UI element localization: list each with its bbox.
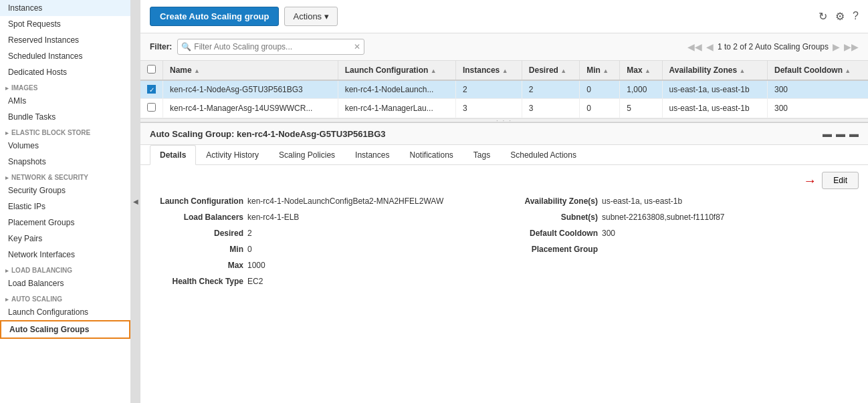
main-content: Create Auto Scaling group Actions ▾ ↻ ⚙ …: [140, 0, 868, 403]
field-label: Availability Zone(s): [504, 196, 598, 206]
edit-row: → Edit: [150, 172, 859, 189]
tab-activity-history[interactable]: Activity History: [196, 145, 269, 165]
edit-button[interactable]: Edit: [822, 172, 859, 189]
sidebar-collapse-button[interactable]: ◀: [131, 0, 140, 403]
help-icon[interactable]: ?: [853, 10, 859, 23]
cell-availability_zones: us-east-1a, us-east-1b: [662, 99, 767, 118]
tab-scaling-policies[interactable]: Scaling Policies: [269, 145, 345, 165]
sidebar: InstancesSpot RequestsReserved Instances…: [0, 0, 131, 403]
pagination-text: 1 to 2 of 2 Auto Scaling Groups: [718, 42, 829, 51]
col-header-default_cooldown[interactable]: Default Cooldown ▲: [768, 61, 869, 80]
col-header-availability_zones[interactable]: Availability Zones ▲: [662, 61, 767, 80]
detail-fields: Launch Configurationken-rc4-1-NodeLaunch…: [150, 194, 859, 288]
col-label-name: Name: [170, 65, 192, 75]
col-label-min: Min: [586, 65, 601, 75]
sidebar-item-security-groups[interactable]: Security Groups: [0, 182, 130, 198]
detail-view-icon-1[interactable]: ▬: [823, 128, 832, 139]
collapse-icon: ▸: [5, 267, 9, 274]
cell-min: 0: [580, 99, 620, 118]
field-row: Placement Group: [504, 243, 859, 256]
section-label: AUTO SCALING: [11, 295, 62, 303]
detail-view-icon-3[interactable]: ▬: [849, 128, 859, 139]
col-header-launch_config[interactable]: Launch Configuration ▲: [338, 61, 455, 80]
sidebar-item-placement-groups[interactable]: Placement Groups: [0, 215, 130, 231]
actions-button[interactable]: Actions ▾: [284, 7, 338, 26]
cell-desired: 2: [522, 80, 579, 99]
table-row[interactable]: ken-rc4-1-ManagerAsg-14US9WWCR...ken-rc4…: [140, 99, 868, 118]
section-label: LOAD BALANCING: [11, 267, 72, 274]
field-label: Default Cooldown: [504, 229, 598, 238]
detail-content: → Edit Launch Configurationken-rc4-1-Nod…: [140, 165, 868, 403]
sidebar-item-launch-configurations[interactable]: Launch Configurations: [0, 304, 130, 320]
edit-arrow-icon: →: [803, 173, 817, 188]
sidebar-item-load-balancers[interactable]: Load Balancers: [0, 275, 130, 291]
col-header-min[interactable]: Min ▲: [580, 61, 620, 80]
filter-clear-icon[interactable]: ✕: [354, 42, 360, 51]
col-header-name[interactable]: Name ▲: [163, 61, 338, 80]
sidebar-item-spot-requests[interactable]: Spot Requests: [0, 16, 130, 32]
col-header-desired[interactable]: Desired ▲: [522, 61, 579, 80]
field-value: subnet-22163808,subnet-f1110f87: [602, 213, 725, 222]
field-label: Placement Group: [504, 245, 598, 254]
pagination-last-button[interactable]: ▶▶: [844, 41, 859, 52]
select-all-checkbox[interactable]: [147, 65, 156, 74]
field-row: Launch Configurationken-rc4-1-NodeLaunch…: [150, 194, 504, 208]
field-label: Health Check Type: [150, 277, 243, 286]
cell-launch_config: ken-rc4-1-NodeLaunch...: [338, 80, 455, 99]
tab-instances[interactable]: Instances: [345, 145, 399, 165]
sidebar-item-reserved-instances[interactable]: Reserved Instances: [0, 32, 130, 48]
create-asg-button[interactable]: Create Auto Scaling group: [150, 7, 279, 26]
cell-desired: 3: [522, 99, 579, 118]
sidebar-item-auto-scaling-groups[interactable]: Auto Scaling Groups: [0, 320, 130, 339]
tab-notifications[interactable]: Notifications: [399, 145, 463, 165]
col-header-instances[interactable]: Instances ▲: [455, 61, 522, 80]
collapse-icon: ▸: [5, 174, 9, 181]
filter-label: Filter:: [150, 42, 172, 51]
field-value: 300: [602, 229, 615, 238]
fields-left: Launch Configurationken-rc4-1-NodeLaunch…: [150, 194, 504, 288]
sidebar-item-bundle-tasks[interactable]: Bundle Tasks: [0, 109, 130, 125]
col-label-availability_zones: Availability Zones: [669, 65, 738, 75]
row-checked-icon-0[interactable]: ✓: [147, 85, 156, 94]
detail-view-icon-2[interactable]: ▬: [836, 128, 845, 139]
select-all-header[interactable]: [140, 61, 163, 80]
field-label: Max: [150, 261, 243, 270]
tab-tags[interactable]: Tags: [463, 145, 500, 165]
pagination-first-button[interactable]: ◀◀: [687, 41, 702, 52]
cell-max: 5: [620, 99, 662, 118]
filter-input[interactable]: [177, 39, 364, 55]
settings-icon[interactable]: ⚙: [835, 10, 845, 23]
sidebar-item-dedicated-hosts[interactable]: Dedicated Hosts: [0, 64, 130, 80]
sidebar-item-instances[interactable]: Instances: [0, 0, 130, 16]
pagination-next-button[interactable]: ▶: [833, 41, 840, 52]
sidebar-item-scheduled-instances[interactable]: Scheduled Instances: [0, 48, 130, 64]
refresh-icon[interactable]: ↻: [819, 10, 827, 23]
field-row: Min0: [150, 243, 504, 256]
filter-bar: Filter: 🔍 ✕ ◀◀ ◀ 1 to 2 of 2 Auto Scalin…: [140, 33, 868, 61]
cell-launch_config: ken-rc4-1-ManagerLau...: [338, 99, 455, 118]
table-row[interactable]: ✓ken-rc4-1-NodeAsg-G5TU3P561BG3ken-rc4-1…: [140, 80, 868, 99]
fields-right: Availability Zone(s)us-east-1a, us-east-…: [504, 194, 859, 288]
col-header-max[interactable]: Max ▲: [620, 61, 662, 80]
sidebar-item-key-pairs[interactable]: Key Pairs: [0, 231, 130, 247]
pagination-prev-button[interactable]: ◀: [706, 41, 714, 52]
asg-table: Name ▲Launch Configuration ▲Instances ▲D…: [140, 61, 868, 118]
sidebar-section-images-section: ▸IMAGES: [0, 80, 130, 93]
tab-details[interactable]: Details: [150, 145, 196, 165]
detail-tabs: DetailsActivity HistoryScaling PoliciesI…: [140, 145, 868, 165]
sidebar-item-elastic-ips[interactable]: Elastic IPs: [0, 198, 130, 215]
sort-icon-availability_zones: ▲: [739, 68, 745, 74]
sidebar-item-snapshots[interactable]: Snapshots: [0, 154, 130, 170]
sidebar-item-amis[interactable]: AMIs: [0, 93, 130, 109]
section-label: IMAGES: [11, 84, 37, 92]
row-checkbox-1[interactable]: [147, 103, 156, 112]
col-label-default_cooldown: Default Cooldown: [774, 65, 843, 75]
cell-default_cooldown: 300: [768, 80, 869, 99]
cell-instances: 2: [455, 80, 522, 99]
sidebar-item-volumes[interactable]: Volumes: [0, 138, 130, 154]
sidebar-item-network-interfaces[interactable]: Network Interfaces: [0, 247, 130, 263]
field-value: 1000: [247, 261, 265, 270]
toolbar: Create Auto Scaling group Actions ▾ ↻ ⚙ …: [140, 0, 868, 33]
table-header: Name ▲Launch Configuration ▲Instances ▲D…: [140, 61, 868, 80]
tab-scheduled-actions[interactable]: Scheduled Actions: [500, 145, 586, 165]
